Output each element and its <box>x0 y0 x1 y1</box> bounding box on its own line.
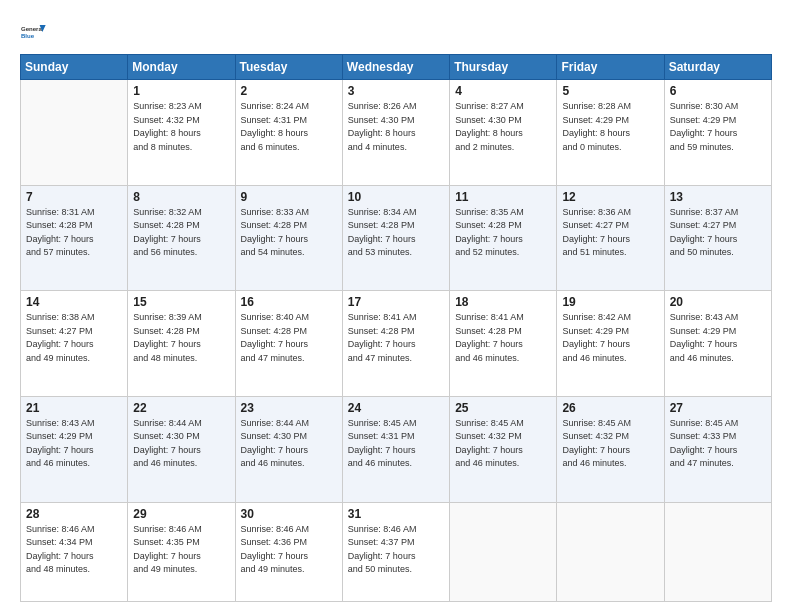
calendar-cell: 5Sunrise: 8:28 AM Sunset: 4:29 PM Daylig… <box>557 80 664 186</box>
calendar-cell: 7Sunrise: 8:31 AM Sunset: 4:28 PM Daylig… <box>21 185 128 291</box>
day-number: 10 <box>348 190 444 204</box>
day-info: Sunrise: 8:46 AM Sunset: 4:35 PM Dayligh… <box>133 523 229 577</box>
calendar-week-row: 21Sunrise: 8:43 AM Sunset: 4:29 PM Dayli… <box>21 396 772 502</box>
calendar-cell: 27Sunrise: 8:45 AM Sunset: 4:33 PM Dayli… <box>664 396 771 502</box>
day-header-friday: Friday <box>557 55 664 80</box>
day-info: Sunrise: 8:33 AM Sunset: 4:28 PM Dayligh… <box>241 206 337 260</box>
calendar-cell: 28Sunrise: 8:46 AM Sunset: 4:34 PM Dayli… <box>21 502 128 601</box>
calendar-cell: 15Sunrise: 8:39 AM Sunset: 4:28 PM Dayli… <box>128 291 235 397</box>
day-info: Sunrise: 8:38 AM Sunset: 4:27 PM Dayligh… <box>26 311 122 365</box>
day-info: Sunrise: 8:23 AM Sunset: 4:32 PM Dayligh… <box>133 100 229 154</box>
calendar-cell: 25Sunrise: 8:45 AM Sunset: 4:32 PM Dayli… <box>450 396 557 502</box>
day-number: 5 <box>562 84 658 98</box>
day-number: 30 <box>241 507 337 521</box>
day-info: Sunrise: 8:24 AM Sunset: 4:31 PM Dayligh… <box>241 100 337 154</box>
calendar-cell: 24Sunrise: 8:45 AM Sunset: 4:31 PM Dayli… <box>342 396 449 502</box>
calendar-cell <box>21 80 128 186</box>
day-info: Sunrise: 8:26 AM Sunset: 4:30 PM Dayligh… <box>348 100 444 154</box>
day-number: 29 <box>133 507 229 521</box>
day-header-sunday: Sunday <box>21 55 128 80</box>
calendar-cell: 1Sunrise: 8:23 AM Sunset: 4:32 PM Daylig… <box>128 80 235 186</box>
day-number: 22 <box>133 401 229 415</box>
day-number: 7 <box>26 190 122 204</box>
calendar-cell: 18Sunrise: 8:41 AM Sunset: 4:28 PM Dayli… <box>450 291 557 397</box>
header: GeneralBlue <box>20 18 772 46</box>
calendar-cell: 11Sunrise: 8:35 AM Sunset: 4:28 PM Dayli… <box>450 185 557 291</box>
calendar-cell: 23Sunrise: 8:44 AM Sunset: 4:30 PM Dayli… <box>235 396 342 502</box>
calendar-table: SundayMondayTuesdayWednesdayThursdayFrid… <box>20 54 772 602</box>
logo: GeneralBlue <box>20 18 50 46</box>
calendar-cell: 4Sunrise: 8:27 AM Sunset: 4:30 PM Daylig… <box>450 80 557 186</box>
calendar-cell: 14Sunrise: 8:38 AM Sunset: 4:27 PM Dayli… <box>21 291 128 397</box>
day-info: Sunrise: 8:43 AM Sunset: 4:29 PM Dayligh… <box>26 417 122 471</box>
day-number: 14 <box>26 295 122 309</box>
day-info: Sunrise: 8:31 AM Sunset: 4:28 PM Dayligh… <box>26 206 122 260</box>
day-number: 21 <box>26 401 122 415</box>
day-number: 23 <box>241 401 337 415</box>
day-info: Sunrise: 8:28 AM Sunset: 4:29 PM Dayligh… <box>562 100 658 154</box>
day-info: Sunrise: 8:46 AM Sunset: 4:37 PM Dayligh… <box>348 523 444 577</box>
day-info: Sunrise: 8:27 AM Sunset: 4:30 PM Dayligh… <box>455 100 551 154</box>
calendar-cell <box>664 502 771 601</box>
day-info: Sunrise: 8:40 AM Sunset: 4:28 PM Dayligh… <box>241 311 337 365</box>
calendar-cell: 29Sunrise: 8:46 AM Sunset: 4:35 PM Dayli… <box>128 502 235 601</box>
calendar-cell: 17Sunrise: 8:41 AM Sunset: 4:28 PM Dayli… <box>342 291 449 397</box>
calendar-cell: 22Sunrise: 8:44 AM Sunset: 4:30 PM Dayli… <box>128 396 235 502</box>
page: GeneralBlue SundayMondayTuesdayWednesday… <box>0 0 792 612</box>
calendar-cell: 6Sunrise: 8:30 AM Sunset: 4:29 PM Daylig… <box>664 80 771 186</box>
day-info: Sunrise: 8:35 AM Sunset: 4:28 PM Dayligh… <box>455 206 551 260</box>
calendar-cell: 9Sunrise: 8:33 AM Sunset: 4:28 PM Daylig… <box>235 185 342 291</box>
day-info: Sunrise: 8:45 AM Sunset: 4:31 PM Dayligh… <box>348 417 444 471</box>
day-number: 17 <box>348 295 444 309</box>
day-info: Sunrise: 8:30 AM Sunset: 4:29 PM Dayligh… <box>670 100 766 154</box>
calendar-week-row: 14Sunrise: 8:38 AM Sunset: 4:27 PM Dayli… <box>21 291 772 397</box>
day-number: 12 <box>562 190 658 204</box>
day-number: 31 <box>348 507 444 521</box>
calendar-cell: 26Sunrise: 8:45 AM Sunset: 4:32 PM Dayli… <box>557 396 664 502</box>
day-number: 3 <box>348 84 444 98</box>
day-header-monday: Monday <box>128 55 235 80</box>
calendar-cell: 2Sunrise: 8:24 AM Sunset: 4:31 PM Daylig… <box>235 80 342 186</box>
day-header-thursday: Thursday <box>450 55 557 80</box>
day-number: 4 <box>455 84 551 98</box>
calendar-cell: 3Sunrise: 8:26 AM Sunset: 4:30 PM Daylig… <box>342 80 449 186</box>
day-number: 27 <box>670 401 766 415</box>
day-info: Sunrise: 8:43 AM Sunset: 4:29 PM Dayligh… <box>670 311 766 365</box>
day-number: 16 <box>241 295 337 309</box>
calendar-cell: 19Sunrise: 8:42 AM Sunset: 4:29 PM Dayli… <box>557 291 664 397</box>
svg-text:Blue: Blue <box>21 33 35 39</box>
day-header-tuesday: Tuesday <box>235 55 342 80</box>
day-info: Sunrise: 8:32 AM Sunset: 4:28 PM Dayligh… <box>133 206 229 260</box>
day-info: Sunrise: 8:36 AM Sunset: 4:27 PM Dayligh… <box>562 206 658 260</box>
day-number: 25 <box>455 401 551 415</box>
calendar-week-row: 1Sunrise: 8:23 AM Sunset: 4:32 PM Daylig… <box>21 80 772 186</box>
day-number: 11 <box>455 190 551 204</box>
day-info: Sunrise: 8:34 AM Sunset: 4:28 PM Dayligh… <box>348 206 444 260</box>
day-number: 6 <box>670 84 766 98</box>
day-number: 15 <box>133 295 229 309</box>
calendar-cell: 31Sunrise: 8:46 AM Sunset: 4:37 PM Dayli… <box>342 502 449 601</box>
day-info: Sunrise: 8:45 AM Sunset: 4:32 PM Dayligh… <box>455 417 551 471</box>
day-number: 13 <box>670 190 766 204</box>
calendar-week-row: 28Sunrise: 8:46 AM Sunset: 4:34 PM Dayli… <box>21 502 772 601</box>
calendar-cell: 10Sunrise: 8:34 AM Sunset: 4:28 PM Dayli… <box>342 185 449 291</box>
calendar-week-row: 7Sunrise: 8:31 AM Sunset: 4:28 PM Daylig… <box>21 185 772 291</box>
calendar-cell: 13Sunrise: 8:37 AM Sunset: 4:27 PM Dayli… <box>664 185 771 291</box>
day-number: 24 <box>348 401 444 415</box>
calendar-cell: 16Sunrise: 8:40 AM Sunset: 4:28 PM Dayli… <box>235 291 342 397</box>
day-header-wednesday: Wednesday <box>342 55 449 80</box>
calendar-cell <box>450 502 557 601</box>
day-info: Sunrise: 8:41 AM Sunset: 4:28 PM Dayligh… <box>348 311 444 365</box>
calendar-cell: 12Sunrise: 8:36 AM Sunset: 4:27 PM Dayli… <box>557 185 664 291</box>
day-info: Sunrise: 8:45 AM Sunset: 4:33 PM Dayligh… <box>670 417 766 471</box>
calendar-cell: 21Sunrise: 8:43 AM Sunset: 4:29 PM Dayli… <box>21 396 128 502</box>
day-number: 18 <box>455 295 551 309</box>
calendar-cell: 20Sunrise: 8:43 AM Sunset: 4:29 PM Dayli… <box>664 291 771 397</box>
calendar-cell: 8Sunrise: 8:32 AM Sunset: 4:28 PM Daylig… <box>128 185 235 291</box>
day-number: 28 <box>26 507 122 521</box>
day-info: Sunrise: 8:46 AM Sunset: 4:36 PM Dayligh… <box>241 523 337 577</box>
day-number: 26 <box>562 401 658 415</box>
calendar-cell: 30Sunrise: 8:46 AM Sunset: 4:36 PM Dayli… <box>235 502 342 601</box>
day-number: 2 <box>241 84 337 98</box>
day-info: Sunrise: 8:41 AM Sunset: 4:28 PM Dayligh… <box>455 311 551 365</box>
